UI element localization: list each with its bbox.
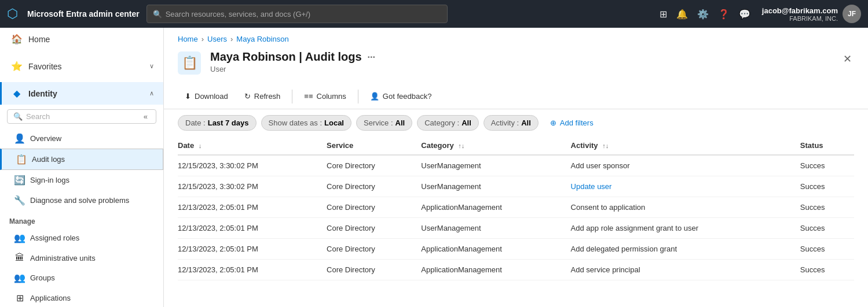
col-header-category[interactable]: Category ↑↓ [421, 136, 570, 155]
table-row: 12/13/2023, 2:05:01 PMCore DirectoryAppl… [178, 260, 854, 280]
more-options-icon[interactable]: ··· [368, 52, 375, 62]
columns-label: Columns [317, 92, 346, 101]
audit-logs-table-container: Date ↓ Service Category ↑↓ Activity ↑↓ [164, 136, 868, 280]
cell-status: Succes [800, 218, 854, 239]
sidebar-search-box[interactable]: 🔍 « [7, 109, 156, 124]
feedback-icon[interactable]: 💬 [737, 6, 753, 22]
applications-icon: ⊞ [14, 293, 25, 304]
sidebar-sub-item-assignedroles[interactable]: 👥 Assigned roles [0, 228, 163, 248]
help-icon[interactable]: ❓ [716, 6, 732, 22]
global-search-input[interactable] [166, 10, 441, 19]
breadcrumb-sep1: › [202, 35, 204, 43]
brand-name: Microsoft Entra admin center [27, 9, 140, 19]
cell-service: Core Directory [327, 155, 421, 176]
cell-status: Succes [800, 260, 854, 280]
cell-activity: Consent to application [571, 197, 800, 218]
diamond-icon: ◆ [11, 88, 23, 99]
feedback-button[interactable]: 👤 Got feedback? [363, 88, 439, 104]
global-search-box[interactable]: 🔍 [147, 5, 448, 23]
breadcrumb: Home › Users › Maya Robinson [164, 28, 868, 48]
sidebar-sub-item-groups[interactable]: 👥 Groups [0, 268, 163, 288]
sidebar-item-identity[interactable]: ◆ Identity ∧ [0, 82, 163, 105]
sidebar-label-identity: Identity [28, 89, 144, 98]
sidebar-sub-item-signinlogs[interactable]: 🔄 Sign-in logs [0, 170, 163, 190]
service-filter-key: Service : [364, 119, 393, 127]
cell-service: Core Directory [327, 239, 421, 260]
cell-date: 12/15/2023, 3:30:02 PM [178, 155, 327, 176]
avatar-initials: JF [848, 10, 856, 18]
user-org: FABRIKAM, INC. [762, 15, 838, 22]
cell-status: Succes [800, 155, 854, 176]
add-filter-button[interactable]: ⊕ Add filters [543, 116, 600, 130]
audit-logs-table: Date ↓ Service Category ↑↓ Activity ↑↓ [178, 136, 854, 280]
col-header-activity[interactable]: Activity ↑↓ [571, 136, 800, 155]
close-button[interactable]: ✕ [841, 50, 854, 68]
sidebar-search-input[interactable] [26, 112, 138, 121]
service-filter-val: All [395, 119, 405, 127]
search-icon: 🔍 [153, 10, 162, 19]
sidebar-sub-item-overview[interactable]: 👤 Overview [0, 128, 163, 149]
timezone-filter-chip[interactable]: Show dates as : Local [261, 115, 351, 131]
cell-category: UserManagement [421, 176, 570, 197]
settings-icon[interactable]: ⚙️ [695, 6, 711, 22]
content-area: Home › Users › Maya Robinson 📋 Maya Robi… [164, 28, 868, 307]
sidebar-item-favorites[interactable]: ⭐ Favorites ∨ [0, 55, 163, 77]
collapse-sidebar-icon[interactable]: « [141, 112, 150, 121]
col-header-status: Status [800, 136, 854, 155]
sidebar: 🏠 Home ⭐ Favorites ∨ ◆ Identity ∧ 🔍 « 👤 … [0, 28, 164, 307]
toolbar: ⬇ Download ↻ Refresh ≡≡ Columns 👤 Got fe… [164, 84, 868, 109]
person-icon: 👤 [14, 133, 25, 144]
columns-button[interactable]: ≡≡ Columns [297, 88, 353, 104]
sidebar-sub-item-adminunits[interactable]: 🏛 Administrative units [0, 248, 163, 268]
refresh-button[interactable]: ↻ Refresh [237, 88, 288, 104]
download-button[interactable]: ⬇ Download [178, 88, 235, 104]
cell-activity: Add app role assignment grant to user [571, 218, 800, 239]
star-icon: ⭐ [11, 61, 23, 72]
sidebar-sub-label-diagnose: Diagnose and solve problems [30, 196, 129, 205]
timezone-filter-val: Local [324, 119, 344, 127]
columns-icon: ≡≡ [304, 92, 313, 101]
sidebar-sub-label-adminunits: Administrative units [30, 254, 96, 262]
user-profile[interactable]: jacob@fabrikam.com FABRIKAM, INC. JF [762, 5, 861, 23]
sidebar-sub-item-applications[interactable]: ⊞ Applications [0, 288, 163, 307]
roles-icon: 👥 [14, 232, 25, 243]
cell-date: 12/13/2023, 2:05:01 PM [178, 197, 327, 218]
cell-service: Core Directory [327, 218, 421, 239]
sort-icon-category: ↑↓ [458, 142, 464, 149]
activity-filter-chip[interactable]: Activity : All [484, 115, 539, 131]
page-icon: 📋 [178, 51, 201, 75]
user-email: jacob@fabrikam.com [762, 6, 838, 15]
date-filter-chip[interactable]: Date : Last 7 days [178, 115, 257, 131]
sort-icon-activity: ↑↓ [602, 142, 609, 149]
cell-date: 12/13/2023, 2:05:01 PM [178, 218, 327, 239]
cell-category: ApplicationManagement [421, 197, 570, 218]
cell-activity[interactable]: Update user [571, 176, 800, 197]
bell-icon[interactable]: 🔔 [674, 6, 690, 22]
col-header-date[interactable]: Date ↓ [178, 136, 327, 155]
breadcrumb-users[interactable]: Users [207, 35, 227, 43]
sidebar-sub-label-assignedroles: Assigned roles [30, 234, 79, 242]
toolbar-separator [292, 90, 292, 103]
page-header: 📋 Maya Robinson | Audit logs ··· User ✕ [164, 48, 868, 84]
sidebar-item-home[interactable]: 🏠 Home [0, 28, 163, 50]
timezone-filter-key: Show dates as : [269, 119, 323, 127]
groups-icon: 👥 [14, 272, 25, 283]
cell-date: 12/13/2023, 2:05:01 PM [178, 260, 327, 280]
add-filter-icon: ⊕ [550, 119, 556, 127]
category-filter-val: All [462, 119, 471, 127]
portal-icon[interactable]: ⊞ [657, 6, 669, 22]
sidebar-sub-label-overview: Overview [30, 134, 61, 143]
breadcrumb-home[interactable]: Home [178, 35, 198, 43]
avatar[interactable]: JF [843, 5, 861, 23]
sidebar-sub-item-diagnose[interactable]: 🔧 Diagnose and solve problems [0, 190, 163, 210]
brand-logo: ⬡ [7, 6, 18, 21]
service-filter-chip[interactable]: Service : All [356, 115, 412, 131]
signin-icon: 🔄 [14, 175, 25, 186]
sidebar-sub-label-groups: Groups [30, 273, 55, 282]
table-row: 12/13/2023, 2:05:01 PMCore DirectoryAppl… [178, 197, 854, 218]
sidebar-sub-item-auditlogs[interactable]: 📋 Audit logs [0, 149, 163, 170]
col-header-service: Service [327, 136, 421, 155]
auditlog-icon: 📋 [16, 154, 27, 165]
category-filter-chip[interactable]: Category : All [417, 115, 479, 131]
refresh-label: Refresh [254, 92, 281, 101]
